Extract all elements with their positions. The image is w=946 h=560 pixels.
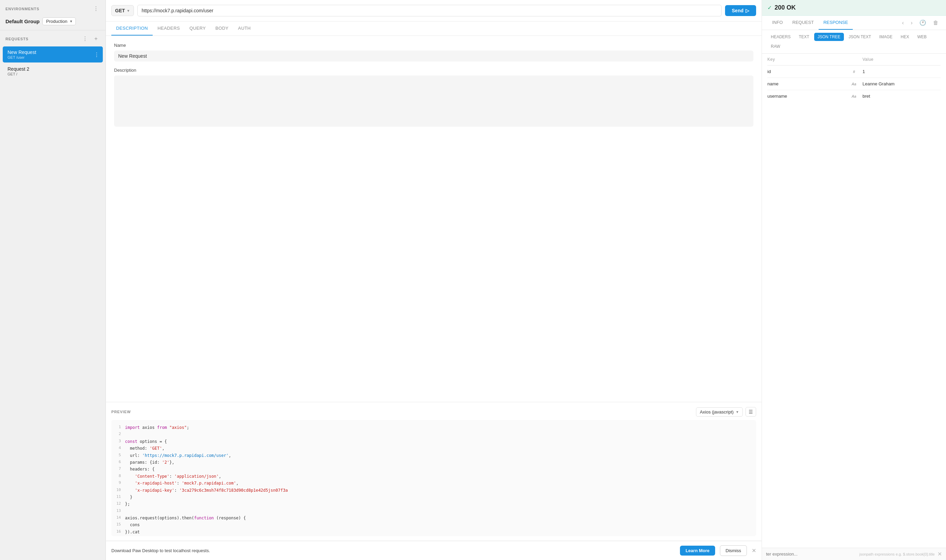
code-line-9: 9 'x-rapidapi-host': 'mock7.p.rapidapi.c… xyxy=(114,480,754,486)
json-type-name: Aa xyxy=(846,82,863,86)
sidebar: ENVIRONMENTS ⋮ Default Group Production … xyxy=(0,0,106,560)
language-value: Axios (javascript) xyxy=(700,409,734,415)
code-line-11: 11 } xyxy=(114,494,754,501)
method-dropdown[interactable]: GET ▼ xyxy=(111,5,134,16)
code-line-7: 7 headers: { xyxy=(114,466,754,472)
notification-bar: Download Paw Desktop to test localhost r… xyxy=(106,541,761,560)
expression-input[interactable] xyxy=(766,551,857,557)
preview-controls: Axios (javascript) ▼ ☰ xyxy=(696,407,756,417)
learn-more-button[interactable]: Learn More xyxy=(680,546,715,555)
response-format-tabs: HEADERS TEXT JSON TREE JSON TEXT IMAGE H… xyxy=(762,30,946,54)
requests-actions: ⋮ ＋ xyxy=(81,34,100,43)
code-line-8: 8 'Content-Type': 'application/json', xyxy=(114,473,754,480)
description-textarea[interactable] xyxy=(114,75,754,127)
name-input[interactable] xyxy=(114,51,754,62)
prev-btn[interactable]: ‹ xyxy=(900,18,906,27)
delete-btn[interactable]: 🗑 xyxy=(931,18,941,27)
notification-text: Download Paw Desktop to test localhost r… xyxy=(111,548,675,553)
close-notification-btn[interactable]: ✕ xyxy=(752,548,756,554)
code-line-3: 3 const options = { xyxy=(114,438,754,445)
tab-auth[interactable]: AUTH xyxy=(233,22,255,35)
type-column-header xyxy=(846,57,863,62)
json-table-header: Key Value xyxy=(768,54,941,66)
json-type-id: # xyxy=(846,70,863,74)
send-label: Send xyxy=(732,8,743,13)
expression-row: jsonpath expressions e.g. $.store.book[0… xyxy=(762,548,946,560)
status-text: 200 OK xyxy=(775,4,796,11)
tab-response[interactable]: RESPONSE xyxy=(818,16,853,30)
expression-close-btn[interactable]: ✕ xyxy=(937,551,942,557)
response-tabs: INFO REQUEST RESPONSE xyxy=(768,16,853,30)
main-tabs-bar: DESCRIPTION HEADERS QUERY BODY AUTH xyxy=(106,22,761,36)
next-btn[interactable]: › xyxy=(909,18,915,27)
json-value-username: bret xyxy=(863,94,941,99)
code-line-10: 10 'x-rapidapi-key': '3ca279c6c3msh74f8c… xyxy=(114,487,754,494)
fmt-tab-text[interactable]: TEXT xyxy=(795,33,813,41)
code-line-17: 17 cons xyxy=(114,535,754,536)
method-chevron-icon: ▼ xyxy=(127,9,130,12)
tab-headers[interactable]: HEADERS xyxy=(153,22,185,35)
json-tree-table: Key Value id # 1 name Aa Leanne Graham u… xyxy=(762,54,946,548)
preview-section: PREVIEW Axios (javascript) ▼ ☰ 1 import … xyxy=(106,402,761,541)
preview-menu-btn[interactable]: ☰ xyxy=(746,407,756,417)
request-item-2[interactable]: Request 2 GET / xyxy=(3,63,103,79)
requests-add-btn[interactable]: ＋ xyxy=(92,34,100,43)
description-label: Description xyxy=(114,68,754,73)
send-icon: ▷ xyxy=(746,8,749,13)
code-line-15: 15 cons xyxy=(114,522,754,528)
lang-chevron-icon: ▼ xyxy=(735,410,739,414)
expression-hint: jsonpath expressions e.g. $.store.book[0… xyxy=(857,552,937,556)
tab-body[interactable]: BODY xyxy=(211,22,233,35)
default-group-label: Default Group xyxy=(5,18,40,24)
requests-more-btn[interactable]: ⋮ xyxy=(81,35,89,43)
environments-actions: ⋮ xyxy=(92,5,100,12)
json-value-id: 1 xyxy=(863,69,941,74)
fmt-tab-jsontext[interactable]: JSON TEXT xyxy=(845,33,875,41)
tab-query[interactable]: QUERY xyxy=(185,22,211,35)
tab-request[interactable]: REQUEST xyxy=(788,16,818,30)
code-line-12: 12 }; xyxy=(114,501,754,508)
json-key-name: name xyxy=(768,81,846,86)
default-group-row: Default Group Production ▼ xyxy=(0,15,106,30)
request-name-2: Request 2 xyxy=(8,66,98,72)
environment-value: Production xyxy=(46,19,67,24)
status-check-icon: ✓ xyxy=(768,5,772,11)
chevron-down-icon: ▼ xyxy=(69,20,73,23)
tab-description[interactable]: DESCRIPTION xyxy=(111,22,153,35)
environments-label: ENVIRONMENTS xyxy=(5,7,39,11)
history-btn[interactable]: 🕐 xyxy=(917,18,928,27)
request-item-1[interactable]: New Request GET /user ⋮ xyxy=(3,46,103,63)
request-more-btn-1[interactable]: ⋮ xyxy=(94,51,99,58)
fmt-tab-hex[interactable]: HEX xyxy=(897,33,912,41)
fmt-tab-image[interactable]: IMAGE xyxy=(876,33,896,41)
dismiss-button[interactable]: Dismiss xyxy=(720,545,747,556)
json-key-id: id xyxy=(768,69,846,74)
code-line-6: 6 params: {id: '2'}, xyxy=(114,459,754,466)
language-dropdown[interactable]: Axios (javascript) ▼ xyxy=(696,408,743,417)
preview-header: PREVIEW Axios (javascript) ▼ ☰ xyxy=(111,407,756,417)
environments-section-header: ENVIRONMENTS ⋮ xyxy=(0,0,106,15)
url-input[interactable] xyxy=(137,5,721,16)
json-row-username: username Aa bret xyxy=(768,90,941,102)
environments-more-btn[interactable]: ⋮ xyxy=(92,5,100,12)
value-column-header: Value xyxy=(863,57,941,62)
json-type-username: Aa xyxy=(846,94,863,98)
tab-info[interactable]: INFO xyxy=(768,16,788,30)
request-method-1: GET /user xyxy=(8,55,98,59)
fmt-tab-headers[interactable]: HEADERS xyxy=(768,33,794,41)
fmt-tab-jsontree[interactable]: JSON TREE xyxy=(814,33,844,41)
requests-header: REQUESTS ⋮ ＋ xyxy=(0,31,106,46)
code-line-14: 14 axios.request(options).then(function … xyxy=(114,515,754,522)
preview-label: PREVIEW xyxy=(111,410,131,414)
right-panel: ✓ 200 OK INFO REQUEST RESPONSE ‹ › 🕐 🗑 H… xyxy=(761,0,946,560)
fmt-tab-raw[interactable]: RAW xyxy=(768,42,784,51)
response-tabs-row: INFO REQUEST RESPONSE ‹ › 🕐 🗑 xyxy=(762,16,946,30)
json-row-name: name Aa Leanne Graham xyxy=(768,78,941,90)
send-button[interactable]: Send ▷ xyxy=(725,5,756,16)
requests-section: REQUESTS ⋮ ＋ New Request GET /user ⋮ Req… xyxy=(0,31,106,560)
response-actions: ‹ › 🕐 🗑 xyxy=(900,18,941,27)
environment-dropdown[interactable]: Production ▼ xyxy=(42,17,76,25)
fmt-tab-web[interactable]: WEB xyxy=(914,33,930,41)
request-method-2: GET / xyxy=(8,72,98,76)
requests-label: REQUESTS xyxy=(5,37,29,41)
